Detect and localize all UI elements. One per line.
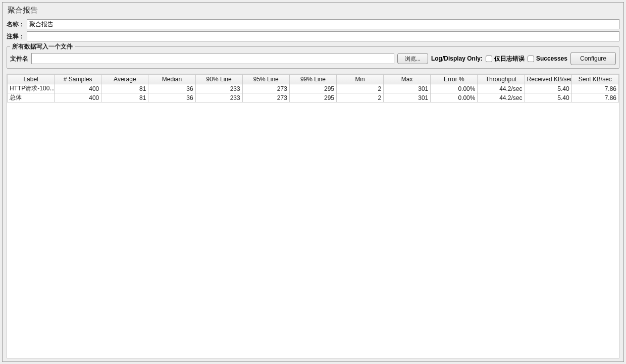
cell-throughput: 44.2/sec <box>478 84 525 93</box>
filename-input[interactable] <box>31 53 394 64</box>
th-samples[interactable]: # Samples <box>55 75 101 84</box>
log-display-label: Log/Display Only: <box>431 55 483 62</box>
th-sent[interactable]: Sent KB/sec <box>571 75 618 84</box>
table-body: HTTP请求-100...400813623327329523010.00%44… <box>8 84 619 102</box>
cell-samples: 400 <box>55 93 101 102</box>
aggregate-report-panel: 聚合报告 名称： 注释： 所有数据写入一个文件 文件名 浏览... Log/Di… <box>2 2 624 362</box>
name-input[interactable] <box>27 19 619 29</box>
errors-only-checkbox[interactable] <box>486 56 492 62</box>
cell-line90: 233 <box>195 84 242 93</box>
th-90line[interactable]: 90% Line <box>195 75 242 84</box>
errors-only-checkbox-wrap[interactable]: 仅日志错误 <box>486 55 525 63</box>
cell-line95: 273 <box>242 93 289 102</box>
cell-median: 36 <box>148 93 195 102</box>
cell-median: 36 <box>148 84 195 93</box>
fieldset-legend: 所有数据写入一个文件 <box>10 42 75 51</box>
cell-line99: 295 <box>289 93 336 102</box>
th-median[interactable]: Median <box>148 75 195 84</box>
cell-throughput: 44.2/sec <box>478 93 525 102</box>
th-min[interactable]: Min <box>336 75 383 84</box>
th-label[interactable]: Label <box>8 75 55 84</box>
page-title: 聚合报告 <box>7 6 619 15</box>
comment-input[interactable] <box>27 31 619 41</box>
cell-error: 0.00% <box>431 93 478 102</box>
filename-label: 文件名 <box>10 55 28 63</box>
cell-samples: 400 <box>55 84 101 93</box>
results-table: Label # Samples Average Median 90% Line … <box>7 74 619 102</box>
table-row[interactable]: 总体400813623327329523010.00%44.2/sec5.407… <box>8 93 619 102</box>
th-error[interactable]: Error % <box>431 75 478 84</box>
cell-error: 0.00% <box>431 84 478 93</box>
cell-min: 2 <box>336 84 383 93</box>
header-row: Label # Samples Average Median 90% Line … <box>8 75 619 84</box>
table-row[interactable]: HTTP请求-100...400813623327329523010.00%44… <box>8 84 619 93</box>
cell-sent: 7.86 <box>571 84 618 93</box>
cell-line95: 273 <box>242 84 289 93</box>
th-throughput[interactable]: Throughput <box>478 75 525 84</box>
name-row: 名称： <box>7 19 619 29</box>
cell-line99: 295 <box>289 84 336 93</box>
cell-average: 81 <box>101 84 148 93</box>
cell-sent: 7.86 <box>571 93 618 102</box>
successes-checkbox-wrap[interactable]: Successes <box>528 55 567 62</box>
cell-max: 301 <box>384 93 431 102</box>
successes-label: Successes <box>536 55 567 62</box>
cell-label: 总体 <box>8 93 55 102</box>
cell-line90: 233 <box>195 93 242 102</box>
cell-label: HTTP请求-100... <box>8 84 55 93</box>
file-row: 文件名 浏览... Log/Display Only: 仅日志错误 Succes… <box>10 52 616 65</box>
comment-label: 注释： <box>7 32 27 41</box>
th-max[interactable]: Max <box>384 75 431 84</box>
th-average[interactable]: Average <box>101 75 148 84</box>
cell-average: 81 <box>101 93 148 102</box>
th-99line[interactable]: 99% Line <box>289 75 336 84</box>
errors-only-label: 仅日志错误 <box>494 55 525 63</box>
configure-button[interactable]: Configure <box>570 52 616 65</box>
cell-max: 301 <box>384 84 431 93</box>
cell-received: 5.40 <box>525 93 571 102</box>
name-label: 名称： <box>7 20 27 29</box>
successes-checkbox[interactable] <box>528 56 534 62</box>
th-received[interactable]: Received KB/sec <box>525 75 571 84</box>
file-output-fieldset: 所有数据写入一个文件 文件名 浏览... Log/Display Only: 仅… <box>7 46 619 69</box>
cell-min: 2 <box>336 93 383 102</box>
comment-row: 注释： <box>7 31 619 41</box>
results-table-wrap: Label # Samples Average Median 90% Line … <box>7 74 619 358</box>
th-95line[interactable]: 95% Line <box>242 75 289 84</box>
browse-button[interactable]: 浏览... <box>397 53 428 64</box>
cell-received: 5.40 <box>525 84 571 93</box>
